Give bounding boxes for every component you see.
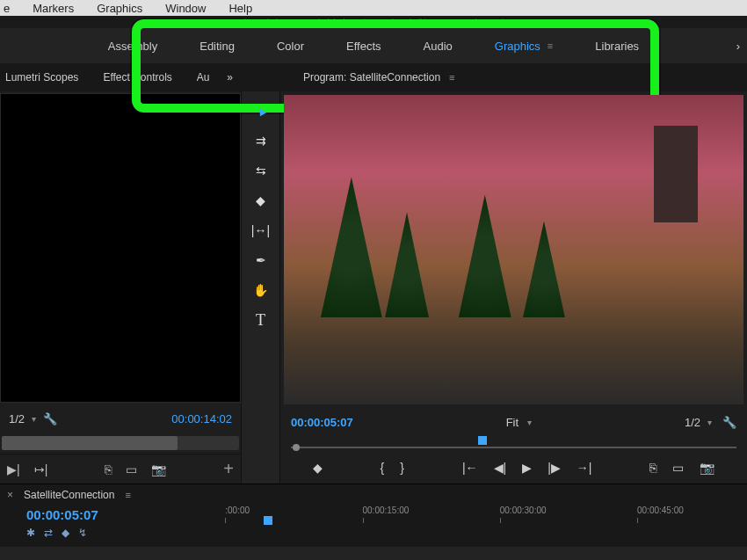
workspace-assembly[interactable]: Assembly: [108, 40, 157, 53]
source-zoom-value: 1/2: [9, 412, 25, 425]
os-menubar: e Markers Graphics Window Help: [0, 0, 747, 16]
timeline-timecode[interactable]: 00:00:05:07: [26, 505, 198, 525]
export-frame-icon[interactable]: ⎘: [105, 462, 112, 476]
source-timecode[interactable]: 00:00:14:02: [171, 412, 232, 425]
marker-icon[interactable]: ◆: [313, 461, 323, 475]
scrub-start-dot: [293, 444, 300, 451]
workspace-color[interactable]: Color: [277, 40, 304, 53]
source-zoom-select[interactable]: 1/2 ▾ 🔧: [9, 412, 57, 425]
program-panel-menu-icon[interactable]: ≡: [449, 72, 454, 83]
workspace-overflow-icon[interactable]: ›: [736, 40, 740, 53]
settings-icon[interactable]: ↯: [78, 527, 87, 539]
source-monitor-view[interactable]: [0, 93, 241, 403]
lift-icon[interactable]: ⎘: [649, 461, 656, 475]
workspace-menu-icon[interactable]: ≡: [548, 40, 553, 51]
ripple-edit-tool[interactable]: ⇆: [250, 162, 272, 179]
overlay-icon[interactable]: ▭: [126, 462, 137, 476]
play-icon[interactable]: ▶: [522, 461, 532, 475]
workspace-bar: Assembly Editing Color Effects Audio Gra…: [0, 28, 747, 63]
step-fwd-icon[interactable]: |▶: [548, 461, 561, 475]
tabs-overflow-icon[interactable]: »: [227, 71, 233, 84]
timeline-ruler[interactable]: :00:0000:00:15:0000:00:30:0000:00:45:00: [198, 505, 747, 541]
camera-icon[interactable]: 📷: [151, 462, 166, 476]
ruler-tick: 00:00:45:00: [637, 505, 684, 515]
workspace-effects[interactable]: Effects: [346, 40, 381, 53]
step-back-icon[interactable]: ◀|: [494, 461, 507, 475]
menu-item[interactable]: e: [4, 2, 10, 15]
video-content: [523, 221, 565, 317]
main-area: 1/2 ▾ 🔧 00:00:14:02 ▶| ↦| ⎘ ▭ 📷 + ▲ ⇉ ⇆: [0, 91, 747, 484]
slip-tool[interactable]: |↔|: [250, 222, 272, 239]
extract-icon[interactable]: ▭: [672, 461, 684, 475]
marker-icon[interactable]: ◆: [62, 527, 69, 539]
go-in-icon[interactable]: |←: [462, 461, 478, 475]
timeline-tabs: × SatelliteConnection ≡: [0, 484, 747, 505]
pen-tool[interactable]: ✒: [250, 251, 272, 269]
program-info-bar: 00:00:05:07 Fit ▾ 1/2 ▾ 🔧: [280, 408, 747, 436]
timeline-panel: × SatelliteConnection ≡ 00:00:05:07 ✱ ⇄ …: [0, 484, 747, 547]
insert-icon[interactable]: ↦|: [34, 462, 48, 476]
snap-icon[interactable]: ✱: [26, 527, 35, 539]
program-fit-select[interactable]: Fit ▾: [506, 416, 532, 429]
menu-item-graphics[interactable]: Graphics: [97, 2, 142, 15]
add-button-icon[interactable]: +: [223, 459, 234, 479]
video-content: [459, 194, 511, 317]
sequence-menu-icon[interactable]: ≡: [125, 490, 130, 500]
menu-item-help[interactable]: Help: [228, 2, 252, 15]
program-toolbar: ◆ { } |← ◀| ▶ |▶ →| ⎘ ▭ 📷: [280, 452, 747, 484]
chevron-down-icon: ▾: [527, 418, 532, 427]
menu-item-markers[interactable]: Markers: [33, 2, 74, 15]
video-content: [321, 177, 382, 317]
ruler-tick: 00:00:15:00: [363, 505, 410, 515]
workspace-libraries[interactable]: Libraries: [595, 40, 639, 53]
menu-item-window[interactable]: Window: [165, 2, 206, 15]
source-panel: 1/2 ▾ 🔧 00:00:14:02 ▶| ↦| ⎘ ▭ 📷 +: [0, 91, 242, 484]
workspace-audio[interactable]: Audio: [424, 40, 453, 53]
chevron-down-icon: ▾: [32, 414, 36, 424]
video-content: [654, 126, 698, 222]
camera-icon[interactable]: 📷: [700, 461, 714, 475]
workspace-editing[interactable]: Editing: [199, 40, 235, 53]
source-scrub-bar[interactable]: [2, 436, 239, 450]
razor-tool[interactable]: ◆: [250, 192, 272, 209]
go-out-icon[interactable]: →|: [577, 461, 592, 475]
fit-label: Fit: [506, 416, 519, 429]
close-icon[interactable]: ×: [7, 489, 13, 501]
in-icon[interactable]: {: [381, 461, 385, 475]
settings-wrench-icon[interactable]: 🔧: [722, 416, 736, 429]
workspace-graphics[interactable]: Graphics ≡: [495, 40, 553, 53]
program-tab-label: Program: SatelliteConnection: [303, 71, 440, 84]
program-zoom-value: 1/2: [685, 416, 700, 429]
timeline-playhead[interactable]: [264, 516, 272, 525]
program-playhead[interactable]: [478, 436, 487, 445]
program-timecode[interactable]: 00:00:05:07: [291, 416, 353, 429]
source-info-bar: 1/2 ▾ 🔧 00:00:14:02: [0, 404, 241, 433]
video-content: [385, 212, 429, 317]
program-monitor-view[interactable]: [284, 95, 743, 404]
chevron-down-icon: ▾: [707, 418, 712, 427]
tool-panel: ▲ ⇉ ⇆ ◆ |↔| ✒ ✋ T: [242, 91, 280, 484]
source-toolbar: ▶| ↦| ⎘ ▭ 📷 +: [0, 454, 241, 484]
project-titlebar: /Users/.../Documents/Adobe/Premiere Pro/…: [0, 16, 747, 28]
ruler-tick: :00:00: [225, 505, 250, 515]
sequence-tab[interactable]: SatelliteConnection: [24, 489, 114, 501]
hand-tool[interactable]: ✋: [250, 281, 272, 299]
track-select-tool[interactable]: ⇉: [250, 132, 272, 149]
program-panel-tab[interactable]: Program: SatelliteConnection ≡: [303, 71, 455, 84]
panels-header: Lumetri Scopes Effect Controls Au » Prog…: [0, 63, 747, 91]
type-tool[interactable]: T: [250, 311, 272, 329]
tab-audio-truncated[interactable]: Au: [197, 71, 210, 84]
tab-effect-controls[interactable]: Effect Controls: [103, 71, 171, 84]
play-icon[interactable]: ▶|: [7, 462, 20, 476]
timeline-header: 00:00:05:07 ✱ ⇄ ◆ ↯ :00:0000:00:15:0000:…: [0, 505, 747, 541]
link-icon[interactable]: ⇄: [44, 527, 53, 539]
selection-tool[interactable]: ▲: [246, 98, 275, 124]
source-panel-tabs: Lumetri Scopes Effect Controls Au »: [0, 71, 242, 84]
tab-lumetri-scopes[interactable]: Lumetri Scopes: [5, 71, 78, 84]
ruler-tick: 00:00:30:00: [500, 505, 547, 515]
out-icon[interactable]: }: [400, 461, 404, 475]
program-zoom-select[interactable]: 1/2 ▾: [685, 416, 712, 429]
program-panel: 00:00:05:07 Fit ▾ 1/2 ▾ 🔧 ◆ { }: [280, 91, 747, 484]
program-scrub-bar[interactable]: [291, 436, 736, 452]
settings-wrench-icon[interactable]: 🔧: [43, 412, 57, 425]
